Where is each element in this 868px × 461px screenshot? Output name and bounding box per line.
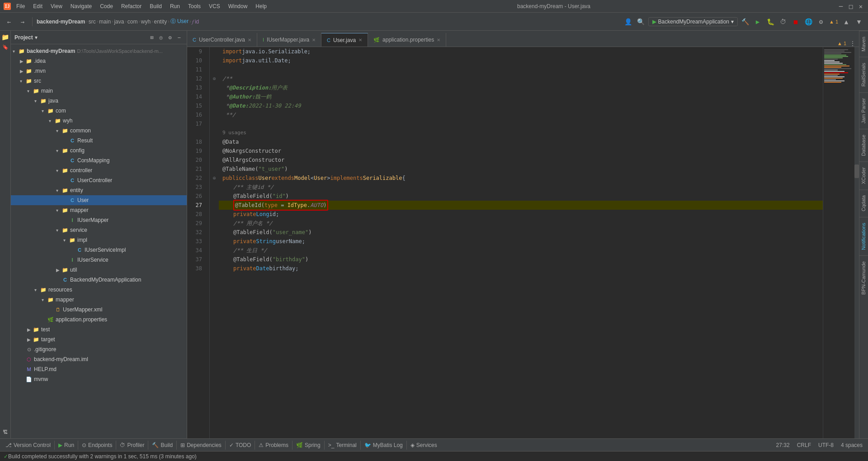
breadcrumb-src[interactable]: src [89, 19, 96, 25]
status-position[interactable]: 27:32 [773, 439, 793, 452]
tab-close-ap[interactable]: ✕ [437, 38, 440, 42]
tree-common[interactable]: ▾ 📁 common [11, 126, 187, 136]
tab-close-uc[interactable]: ✕ [248, 38, 251, 42]
xcoder-tab[interactable]: XCoder [859, 161, 868, 189]
code-editor[interactable]: import java.io.Serializable; import java… [219, 47, 823, 438]
tree-usermapper-xml[interactable]: ▶ 🗒 UserMapper.xml [11, 305, 187, 315]
jam-parser-tab[interactable]: Jam Parser [859, 92, 868, 129]
tree-root[interactable]: ▾ 📁 backend-myDream D:\Tools\JavaWorkSpa… [11, 46, 187, 56]
tree-test[interactable]: ▶ 📁 test [11, 325, 187, 334]
menu-file[interactable]: File [13, 2, 28, 10]
tree-user[interactable]: ▶ C User [11, 195, 187, 205]
tree-resources[interactable]: ▾ 📁 resources [11, 285, 187, 295]
gutter-12[interactable]: ⊕ [210, 74, 219, 83]
profile-button[interactable]: 👤 [623, 16, 634, 27]
search-everywhere-button[interactable]: 🔍 [636, 16, 646, 27]
tree-target[interactable]: ▶ 📁 target [11, 334, 187, 344]
structure-icon[interactable]: 🏗 [1, 428, 10, 437]
tab-close-ium[interactable]: ✕ [312, 38, 316, 42]
status-run[interactable]: ▶ Run [55, 439, 78, 452]
run-with-coverage-button[interactable]: ⏱ [778, 16, 788, 27]
tab-usercontroller[interactable]: C UserController.java ✕ [187, 33, 257, 47]
minimize-button[interactable]: ─ [837, 3, 844, 10]
menu-window[interactable]: Window [225, 2, 251, 10]
tree-iuserservice[interactable]: ▶ I IUserService [11, 255, 187, 265]
breadcrumb-main[interactable]: main [99, 19, 111, 25]
tree-mvn[interactable]: ▶ 📁 .mvn [11, 66, 187, 76]
menu-run[interactable]: Run [166, 2, 184, 10]
status-spaces[interactable]: 4 spaces [837, 439, 866, 452]
cqdata-tab[interactable]: Cqdata [859, 189, 868, 216]
status-endpoints[interactable]: ⊙ Endpoints [78, 439, 116, 452]
scrollbar-thumb[interactable] [854, 165, 859, 178]
tree-app-props[interactable]: ▶ 🌿 application.properties [11, 315, 187, 325]
up-button[interactable]: ▲ [841, 16, 852, 27]
maximize-button[interactable]: □ [847, 3, 854, 10]
breadcrumb-project[interactable]: backend-myDream [37, 19, 85, 25]
tree-mapper-res[interactable]: ▾ 📁 mapper [11, 295, 187, 305]
tree-wyh[interactable]: ▾ 📁 wyh [11, 116, 187, 126]
menu-code[interactable]: Code [96, 2, 117, 10]
expand-tabs-icon[interactable]: ⋮ [850, 40, 855, 47]
gutter-22[interactable]: ⊕ [210, 174, 219, 183]
tree-backenddream[interactable]: ▶ C BackendMyDreamApplication [11, 275, 187, 285]
status-services[interactable]: ◈ Services [407, 439, 441, 452]
breadcrumb-java[interactable]: java [114, 19, 124, 25]
tree-iuserserviceimpl[interactable]: ▶ C IUserServiceImpl [11, 245, 187, 255]
close-button[interactable]: ✕ [857, 3, 864, 10]
menu-view[interactable]: View [47, 2, 66, 10]
tree-mvnw[interactable]: ▶ 📄 mvnw [11, 374, 187, 384]
project-icon[interactable]: 📁 [1, 33, 10, 42]
back-button[interactable]: ← [4, 16, 14, 27]
status-encoding[interactable]: UTF-8 [815, 439, 837, 452]
status-terminal[interactable]: >_ Terminal [325, 439, 360, 452]
tree-service[interactable]: ▾ 📁 service [11, 225, 187, 235]
warning-indicator[interactable]: ▲ 1 [828, 16, 839, 27]
tree-java[interactable]: ▾ 📁 java [11, 96, 187, 106]
status-profiler[interactable]: ⏱ Profiler [116, 439, 148, 452]
debug-button[interactable]: 🐛 [765, 16, 776, 27]
bookmark-icon[interactable]: 🔖 [1, 42, 10, 52]
settings-panel-button[interactable]: ⚙ [166, 33, 174, 42]
status-problems[interactable]: ⚠ Problems [255, 439, 292, 452]
menu-edit[interactable]: Edit [29, 2, 46, 10]
minimap[interactable] [823, 47, 859, 438]
tree-config[interactable]: ▾ 📁 config [11, 146, 187, 155]
tree-usercontroller[interactable]: ▶ C UserController [11, 175, 187, 185]
run-config-selector[interactable]: ▶ BackendMyDreamApplication ▾ [648, 17, 738, 26]
hide-panel-button[interactable]: − [175, 33, 183, 42]
status-build[interactable]: 🔨 Build [148, 439, 176, 452]
settings-button[interactable]: ⚙ [816, 16, 826, 27]
stop-button[interactable]: ■ [790, 16, 801, 27]
tree-iusermapper[interactable]: ▶ I IUserMapper [11, 215, 187, 225]
breadcrumb-wyh[interactable]: wyh [141, 19, 151, 25]
status-dependencies[interactable]: ⊞ Dependencies [177, 439, 225, 452]
panel-dropdown-arrow[interactable]: ▾ [35, 34, 38, 41]
status-mybatis[interactable]: 🐦 MyBatis Log [361, 439, 406, 452]
maven-tab[interactable]: Maven [859, 31, 868, 57]
tree-corsmapping[interactable]: ▶ C CorsMapping [11, 155, 187, 165]
tree-src[interactable]: ▾ 📁 src [11, 76, 187, 86]
tree-impl[interactable]: ▾ 📁 impl [11, 235, 187, 245]
status-spring[interactable]: 🌿 Spring [292, 439, 324, 452]
tab-close-user[interactable]: ✕ [359, 38, 362, 42]
tree-result[interactable]: ▶ C Result [11, 136, 187, 146]
tab-appprop[interactable]: 🌿 application.properties ✕ [368, 33, 446, 47]
tree-main[interactable]: ▾ 📁 main [11, 86, 187, 96]
menu-help[interactable]: Help [252, 2, 270, 10]
status-crlf[interactable]: CRLF [793, 439, 815, 452]
tab-user[interactable]: C User.java ✕ [321, 33, 368, 47]
tree-idea[interactable]: ▶ 📁 .idea [11, 56, 187, 66]
tree-iml[interactable]: ▶ ⬡ backend-myDream.iml [11, 354, 187, 364]
build-button[interactable]: 🔨 [740, 16, 750, 27]
menu-build[interactable]: Build [146, 2, 165, 10]
tree-gitignore[interactable]: ▶ ⊙ .gitignore [11, 344, 187, 354]
status-todo[interactable]: ✓ TODO [226, 439, 255, 452]
railserials-tab[interactable]: RailSerials [859, 57, 868, 92]
status-version-control[interactable]: ⎇ Version Control [2, 439, 54, 452]
tree-entity[interactable]: ▾ 📁 entity [11, 185, 187, 195]
notifications-tab[interactable]: Notifications [859, 217, 868, 255]
menu-tools[interactable]: Tools [184, 2, 204, 10]
breadcrumb-com[interactable]: com [127, 19, 138, 25]
tree-helpmd[interactable]: ▶ M HELP.md [11, 364, 187, 374]
